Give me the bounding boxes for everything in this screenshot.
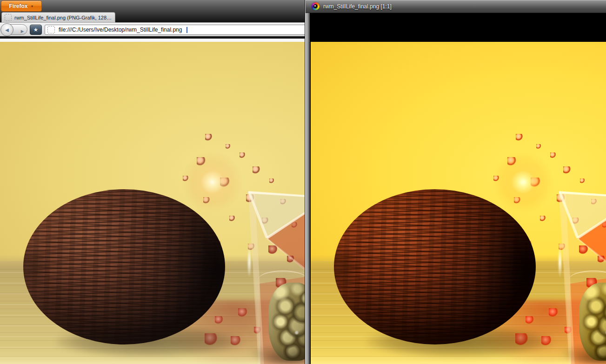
wrinkled-melon-seed — [334, 189, 536, 344]
glass-specular-streak — [558, 245, 562, 278]
browser-viewport-image[interactable] — [0, 42, 306, 364]
viewer-canvas[interactable] — [310, 13, 606, 364]
back-arrow-icon: ◄ — [4, 27, 10, 33]
forward-arrow-icon: ► — [20, 29, 25, 34]
firefox-app-menu-label: Firefox — [9, 3, 28, 9]
still-life-render-muted — [0, 42, 306, 364]
viewer-titlebar[interactable]: rwm_StillLife_final.png [1:1] — [306, 0, 606, 13]
browser-tab[interactable]: rwm_StillLife_final.png (PNG-Grafik, 128… — [1, 12, 115, 22]
firefox-titlebar-tabstrip[interactable]: Firefox ▼ rwm_StillLife_final.png (PNG-G… — [0, 0, 306, 22]
viewer-window-title: rwm_StillLife_final.png [1:1] — [323, 3, 392, 10]
address-bar-url: file:///C:/Users/Ive/Desktop/rwm_StillLi… — [59, 26, 182, 33]
viewer-app-lens-icon — [312, 2, 320, 10]
gold-nugget — [268, 283, 306, 361]
site-identity-placeholder-icon — [47, 26, 55, 33]
back-button[interactable]: ◄ — [0, 23, 13, 36]
address-bar[interactable]: file:///C:/Users/Ive/Desktop/rwm_StillLi… — [45, 25, 306, 35]
missing-favicon-icon — [5, 14, 12, 21]
rendered-still-life-image — [0, 42, 306, 364]
desktop-stage: Firefox ▼ rwm_StillLife_final.png (PNG-G… — [0, 0, 606, 364]
still-life-render-vivid — [311, 42, 606, 364]
wrinkled-melon-seed — [23, 189, 225, 344]
firefox-app-menu-button[interactable]: Firefox ▼ — [1, 0, 42, 12]
tab-title: rwm_StillLife_final.png (PNG-Grafik, 128… — [14, 15, 112, 20]
rendered-still-life-image — [311, 42, 606, 364]
navigation-toolbar: ► ◄ ★ file:///C:/Users/Ive/Desktop/rwm_S… — [0, 22, 306, 36]
chevron-down-icon: ▼ — [31, 5, 34, 8]
glass-specular-streak — [247, 245, 252, 278]
page-background-strip — [0, 39, 306, 42]
forward-button[interactable]: ► — [18, 27, 27, 35]
text-caret — [186, 27, 187, 33]
firefox-window: Firefox ▼ rwm_StillLife_final.png (PNG-G… — [0, 0, 306, 364]
star-icon: ★ — [33, 27, 39, 33]
image-viewer-window: rwm_StillLife_final.png [1:1] — [305, 0, 606, 364]
bookmarks-button[interactable]: ★ — [30, 25, 42, 35]
